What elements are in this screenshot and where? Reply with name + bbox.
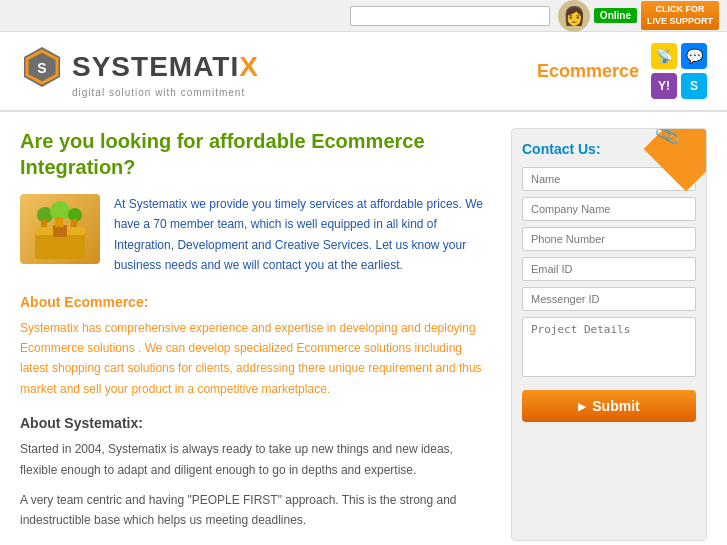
email-input[interactable] <box>522 257 696 281</box>
header-icon-row-2: Y! S <box>651 73 707 99</box>
project-details-input[interactable] <box>522 317 696 377</box>
about-ecommerce-title: About Ecommerce: <box>20 294 491 310</box>
search-input[interactable] <box>350 6 550 26</box>
box-illustration <box>20 194 100 264</box>
about-systematix-title: About Systematix: <box>20 415 491 431</box>
main-content: Are you looking for affordable Ecommerce… <box>0 112 727 545</box>
hero-body: At Systematix we provide you timely serv… <box>114 194 491 276</box>
yahoo-icon[interactable]: Y! <box>651 73 677 99</box>
online-badge: Online <box>594 8 637 23</box>
header-icons: 📡 💬 Y! S <box>651 43 707 99</box>
logo-svg: S <box>20 45 64 89</box>
contact-sidebar: 📎 Contact Us: Submit <box>511 128 707 541</box>
about-systematix-para1: Started in 2004, Systematix is always re… <box>20 439 491 480</box>
about-systematix-para2: A very team centric and having "PEOPLE F… <box>20 490 491 531</box>
chat-icon[interactable]: 💬 <box>681 43 707 69</box>
about-ecommerce-text: Systematix has comprehensive experience … <box>20 318 491 400</box>
paperclip-icon: 📎 <box>653 128 681 150</box>
hero-title: Are you looking for affordable Ecommerce… <box>20 128 491 180</box>
header-icon-row-1: 📡 💬 <box>651 43 707 69</box>
header-right: Ecommerce 📡 💬 Y! S <box>537 43 707 99</box>
hero-section: At Systematix we provide you timely serv… <box>20 194 491 276</box>
phone-number-input[interactable] <box>522 227 696 251</box>
submit-button[interactable]: Submit <box>522 390 696 422</box>
logo-icon: S SYSTEMATIX <box>20 45 259 89</box>
top-bar: 👩 Online CLICK FORLIVE SUPPORT <box>0 0 727 32</box>
name-input[interactable] <box>522 167 696 191</box>
svg-text:S: S <box>37 60 46 76</box>
logo-accent: X <box>239 51 259 82</box>
logo-tagline: digital solution with commitment <box>72 87 245 98</box>
svg-rect-10 <box>55 217 63 227</box>
ecommerce-nav-link[interactable]: Ecommerce <box>537 61 639 82</box>
content-area: Are you looking for affordable Ecommerce… <box>20 128 491 541</box>
skype-icon[interactable]: S <box>681 73 707 99</box>
logo-area: S SYSTEMATIX digital solution with commi… <box>20 45 259 98</box>
svg-rect-9 <box>41 219 47 227</box>
live-support-button[interactable]: CLICK FORLIVE SUPPORT <box>641 1 719 30</box>
rss-icon[interactable]: 📡 <box>651 43 677 69</box>
svg-rect-11 <box>71 219 77 227</box>
contact-form: Submit <box>522 167 696 422</box>
company-name-input[interactable] <box>522 197 696 221</box>
messenger-input[interactable] <box>522 287 696 311</box>
header: S SYSTEMATIX digital solution with commi… <box>0 32 727 112</box>
logo-text: SYSTEMATIX <box>72 51 259 83</box>
support-avatar: 👩 <box>558 0 590 32</box>
